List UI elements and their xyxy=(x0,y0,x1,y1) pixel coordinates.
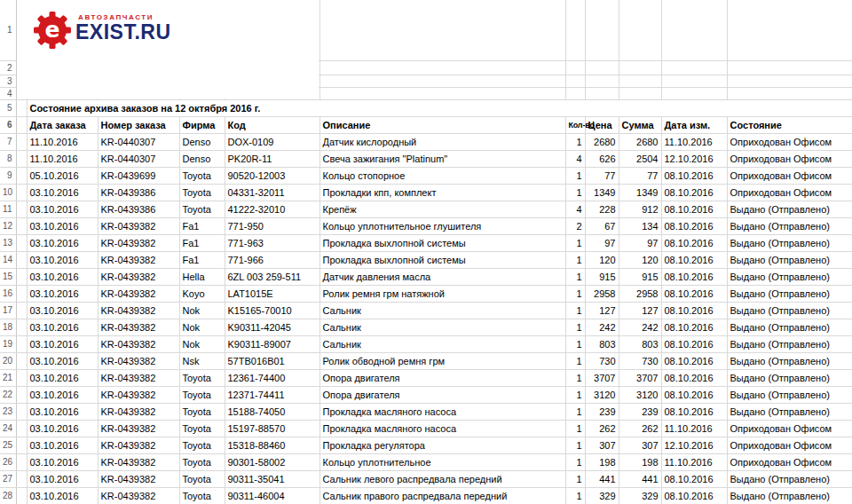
row-number[interactable]: 28 xyxy=(0,487,16,504)
cell-order-date[interactable]: 03.10.2016 xyxy=(27,369,98,386)
cell-code[interactable]: 90301-58002 xyxy=(225,453,320,470)
cell-modified-date[interactable]: 08.10.2016 xyxy=(661,487,727,504)
empty-cell[interactable] xyxy=(619,87,661,99)
cell-modified-date[interactable]: 08.10.2016 xyxy=(661,201,727,217)
empty-cell[interactable] xyxy=(16,167,27,184)
cell-order-date[interactable]: 03.10.2016 xyxy=(27,268,98,285)
cell-modified-date[interactable]: 08.10.2016 xyxy=(661,268,727,285)
cell-brand[interactable]: Nsk xyxy=(179,352,225,369)
cell-qty[interactable]: 1 xyxy=(565,167,585,184)
empty-cell[interactable] xyxy=(585,0,619,60)
empty-cell[interactable] xyxy=(661,87,727,99)
empty-cell[interactable] xyxy=(16,487,27,504)
cell-brand[interactable]: Fa1 xyxy=(179,251,225,268)
empty-cell[interactable] xyxy=(320,60,565,75)
cell-price[interactable]: 97 xyxy=(585,234,619,251)
cell-brand[interactable]: Hella xyxy=(179,268,225,285)
cell-sum[interactable]: 730 xyxy=(619,352,661,369)
cell-order-date[interactable]: 03.10.2016 xyxy=(27,470,98,487)
cell-description[interactable]: Свеча зажигания "Platinum" xyxy=(320,150,565,167)
empty-cell[interactable] xyxy=(16,403,27,420)
cell-status[interactable]: Выдано (Отправлено) xyxy=(727,470,852,487)
empty-cell[interactable] xyxy=(661,60,727,75)
cell-sum[interactable]: 803 xyxy=(619,335,661,352)
cell-description[interactable]: Сальник левого распредвала передний xyxy=(320,470,565,487)
cell-code[interactable]: 15197-88570 xyxy=(225,420,320,437)
cell-order-date[interactable]: 03.10.2016 xyxy=(27,285,98,302)
cell-order-number[interactable]: KR-0439382 xyxy=(98,234,179,251)
cell-qty[interactable]: 4 xyxy=(565,150,585,167)
cell-sum[interactable]: 912 xyxy=(619,201,661,217)
cell-sum[interactable]: 3120 xyxy=(619,386,661,403)
cell-order-number[interactable]: KR-0439382 xyxy=(98,251,179,268)
cell-code[interactable]: 41222-32010 xyxy=(225,201,320,217)
cell-brand[interactable]: Nok xyxy=(179,302,225,319)
cell-order-date[interactable]: 03.10.2016 xyxy=(27,453,98,470)
cell-status[interactable]: Оприходован Офисом xyxy=(727,133,852,150)
cell-qty[interactable]: 1 xyxy=(565,420,585,437)
cell-order-number[interactable]: KR-0439382 xyxy=(98,369,179,386)
cell-qty[interactable]: 2 xyxy=(565,217,585,234)
empty-cell[interactable] xyxy=(16,184,27,201)
row-number[interactable]: 8 xyxy=(0,150,16,167)
cell-order-number[interactable]: KR-0439382 xyxy=(98,420,179,437)
cell-price[interactable]: 1349 xyxy=(585,184,619,201)
cell-price[interactable]: 3707 xyxy=(585,369,619,386)
column-header-order-date[interactable]: Дата заказа xyxy=(27,116,98,133)
cell-code[interactable]: K15165-70010 xyxy=(225,302,320,319)
cell-modified-date[interactable]: 08.10.2016 xyxy=(661,251,727,268)
cell-code[interactable]: LAT1015E xyxy=(225,285,320,302)
row-number[interactable]: 26 xyxy=(0,453,16,470)
empty-cell[interactable] xyxy=(565,87,585,99)
empty-cell[interactable] xyxy=(565,60,585,75)
empty-cell[interactable] xyxy=(619,0,661,60)
empty-cell[interactable] xyxy=(727,0,852,60)
cell-status[interactable]: Выдано (Отправлено) xyxy=(727,369,852,386)
row-number[interactable]: 15 xyxy=(0,268,16,285)
cell-status[interactable]: Выдано (Отправлено) xyxy=(727,251,852,268)
cell-order-date[interactable]: 03.10.2016 xyxy=(27,302,98,319)
cell-price[interactable]: 127 xyxy=(585,302,619,319)
column-header-code[interactable]: Код xyxy=(225,116,320,133)
empty-cell[interactable] xyxy=(16,470,27,487)
cell-status[interactable]: Оприходован Офисом xyxy=(727,437,852,453)
cell-brand[interactable]: Toyota xyxy=(179,369,225,386)
cell-brand[interactable]: Nok xyxy=(179,319,225,335)
cell-modified-date[interactable]: 11.10.2016 xyxy=(661,453,727,470)
cell-order-date[interactable]: 03.10.2016 xyxy=(27,234,98,251)
cell-modified-date[interactable]: 08.10.2016 xyxy=(661,403,727,420)
cell-price[interactable]: 67 xyxy=(585,217,619,234)
row-number[interactable]: 11 xyxy=(0,201,16,217)
cell-price[interactable]: 2680 xyxy=(585,133,619,150)
cell-order-number[interactable]: KR-0439382 xyxy=(98,302,179,319)
empty-cell[interactable] xyxy=(727,75,852,87)
empty-cell[interactable] xyxy=(320,75,565,87)
cell-price[interactable]: 626 xyxy=(585,150,619,167)
cell-status[interactable]: Выдано (Отправлено) xyxy=(727,352,852,369)
cell-qty[interactable]: 1 xyxy=(565,319,585,335)
row-number[interactable]: 22 xyxy=(0,386,16,403)
cell-modified-date[interactable]: 08.10.2016 xyxy=(661,335,727,352)
cell-order-number[interactable]: KR-0439386 xyxy=(98,201,179,217)
row-number[interactable]: 5 xyxy=(0,99,16,116)
cell-brand[interactable]: Toyota xyxy=(179,403,225,420)
cell-qty[interactable]: 1 xyxy=(565,403,585,420)
cell-sum[interactable]: 239 xyxy=(619,403,661,420)
column-header-modified-date[interactable]: Дата изм. xyxy=(661,116,727,133)
cell-code[interactable]: K90311-42045 xyxy=(225,319,320,335)
empty-cell[interactable] xyxy=(16,99,27,116)
cell-qty[interactable]: 1 xyxy=(565,369,585,386)
empty-cell[interactable] xyxy=(585,87,619,99)
cell-sum[interactable]: 329 xyxy=(619,487,661,504)
cell-order-number[interactable]: KR-0439382 xyxy=(98,319,179,335)
cell-modified-date[interactable]: 08.10.2016 xyxy=(661,217,727,234)
cell-brand[interactable]: Toyota xyxy=(179,184,225,201)
cell-order-number[interactable]: KR-0439382 xyxy=(98,285,179,302)
cell-status[interactable]: Оприходован Офисом xyxy=(727,420,852,437)
cell-order-number[interactable]: KR-0439699 xyxy=(98,167,179,184)
cell-description[interactable]: Прокладка масляного насоса xyxy=(320,420,565,437)
empty-cell[interactable] xyxy=(727,60,852,75)
cell-price[interactable]: 198 xyxy=(585,453,619,470)
cell-modified-date[interactable]: 08.10.2016 xyxy=(661,369,727,386)
cell-sum[interactable]: 242 xyxy=(619,319,661,335)
